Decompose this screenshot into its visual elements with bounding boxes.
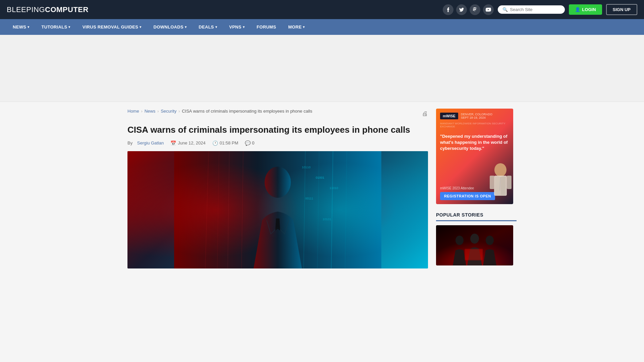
breadcrumb-sep-1: ›: [141, 109, 143, 114]
breadcrumb-home[interactable]: Home: [127, 109, 139, 114]
sidebar: mWISE DENVER, COLORADO SEPT 18-19, 2024 …: [436, 109, 517, 268]
popular-story-image[interactable]: [436, 225, 513, 265]
social-icons: [443, 4, 494, 15]
virus-caret: ▾: [140, 25, 141, 29]
ad-person-svg: [488, 161, 513, 204]
nav-news[interactable]: NEWS ▾: [7, 19, 36, 35]
sidebar-ad: mWISE DENVER, COLORADO SEPT 18-19, 2024 …: [436, 109, 513, 204]
downloads-caret: ▾: [185, 25, 186, 29]
author-meta: By Sergiu Gatlan: [127, 140, 164, 145]
nav-vpns[interactable]: VPNS ▾: [223, 19, 251, 35]
date-meta: 📅 June 12, 2024: [170, 140, 205, 146]
svg-rect-22: [490, 176, 494, 189]
nav-more[interactable]: MORE ▾: [282, 19, 311, 35]
svg-text:11010: 11010: [329, 186, 338, 190]
time-meta: 🕐 01:58 PM: [212, 140, 238, 146]
comment-icon: 💬: [245, 140, 251, 146]
svg-text:10110: 10110: [302, 166, 311, 169]
article-hero-image: 10110 01001 11010 00111 10101: [127, 151, 428, 268]
youtube-icon[interactable]: [483, 4, 494, 15]
svg-rect-19: [495, 177, 500, 195]
search-input[interactable]: [510, 7, 560, 12]
ad-org-name: MANDIANT WORLDWIDE INFORMATION SECURITY …: [440, 122, 509, 128]
news-caret: ▾: [28, 25, 29, 29]
comments-meta[interactable]: 💬 0: [245, 140, 254, 146]
article-meta: By Sergiu Gatlan 📅 June 12, 2024 🕐 01:58…: [127, 140, 428, 146]
search-icon: 🔍: [502, 7, 508, 12]
svg-point-28: [486, 236, 494, 245]
popular-stories-section: POPULAR STORIES: [436, 212, 517, 265]
nav-forums[interactable]: FORUMS: [251, 19, 282, 35]
svg-point-17: [494, 163, 506, 177]
twitter-icon[interactable]: [456, 4, 467, 15]
article-date: June 12, 2024: [178, 140, 205, 145]
ad-logo-area: mWISE DENVER, COLORADO SEPT 18-19, 2024: [440, 113, 509, 119]
popular-stories-heading: POPULAR STORIES: [436, 212, 517, 221]
svg-text:10101: 10101: [323, 218, 331, 221]
deals-caret: ▾: [215, 25, 217, 29]
vpns-caret: ▾: [243, 25, 245, 29]
user-icon: 👤: [575, 7, 580, 12]
breadcrumb-row: Home › News › Security › CISA warns of c…: [127, 109, 428, 119]
breadcrumb-sep-3: ›: [178, 109, 180, 114]
search-form: 🔍: [498, 5, 565, 14]
more-caret: ▾: [303, 25, 305, 29]
ad-person-image: [488, 161, 513, 204]
mastodon-icon[interactable]: [470, 4, 480, 15]
svg-point-27: [470, 234, 479, 244]
svg-text:00111: 00111: [305, 197, 313, 200]
svg-point-26: [455, 236, 464, 245]
author-link[interactable]: Sergiu Gatlan: [137, 140, 164, 145]
svg-point-16: [265, 167, 291, 198]
logo-normal: BLEEPING: [7, 5, 45, 14]
calendar-icon: 📅: [170, 140, 176, 146]
breadcrumb-sep-2: ›: [157, 109, 159, 114]
svg-rect-23: [507, 176, 512, 189]
main-nav: NEWS ▾ TUTORIALS ▾ VIRUS REMOVAL GUIDES …: [0, 19, 644, 35]
breadcrumb-news[interactable]: News: [145, 109, 156, 114]
tutorials-caret: ▾: [68, 25, 70, 29]
login-button[interactable]: 👤 LOGIN: [569, 4, 602, 15]
mwise-logo: mWISE: [440, 113, 458, 119]
clock-icon: 🕐: [212, 140, 218, 146]
breadcrumb-security[interactable]: Security: [161, 109, 176, 114]
ad-banner-top: [0, 35, 644, 102]
nav-tutorials[interactable]: TUTORIALS ▾: [36, 19, 76, 35]
nav-virus-removal[interactable]: VIRUS REMOVAL GUIDES ▾: [76, 19, 148, 35]
article-image-svg: 10110 01001 11010 00111 10101: [127, 151, 428, 268]
popular-story-svg: [436, 225, 513, 265]
article-time: 01:58 PM: [220, 140, 238, 145]
svg-rect-20: [501, 177, 505, 195]
by-label: By: [127, 140, 132, 145]
article-title: CISA warns of criminals impersonating it…: [127, 124, 428, 136]
svg-text:01001: 01001: [316, 176, 324, 179]
main-container: Home › News › Security › CISA warns of c…: [121, 102, 523, 275]
print-icon[interactable]: 🖨: [422, 110, 428, 117]
header-actions: 🔍 👤 LOGIN SIGN UP: [443, 4, 637, 15]
signup-button[interactable]: SIGN UP: [606, 4, 637, 15]
article-main: Home › News › Security › CISA warns of c…: [127, 109, 428, 268]
logo-bold: COMPUTER: [45, 5, 89, 14]
ad-cta-button[interactable]: REGISTRATION IS OPEN: [440, 192, 495, 200]
svg-rect-30: [465, 249, 482, 260]
breadcrumb-current: CISA warns of criminals impersonating it…: [182, 109, 312, 114]
site-header: BLEEPINGCOMPUTER: [0, 0, 644, 19]
nav-deals[interactable]: DEALS ▾: [193, 19, 223, 35]
breadcrumb: Home › News › Security › CISA warns of c…: [127, 109, 312, 114]
site-logo[interactable]: BLEEPINGCOMPUTER: [7, 5, 89, 14]
nav-downloads[interactable]: DOWNLOADS ▾: [148, 19, 193, 35]
facebook-icon[interactable]: [443, 4, 453, 15]
comments-count: 0: [252, 140, 254, 145]
